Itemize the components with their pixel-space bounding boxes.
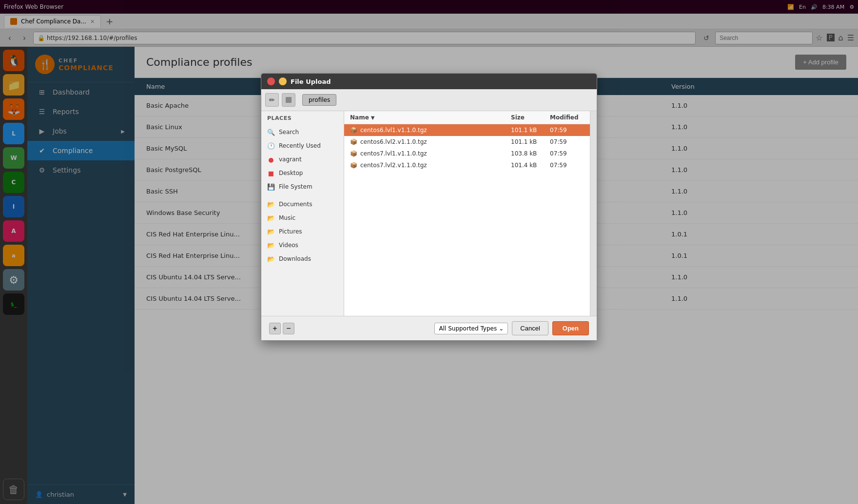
file-size: 101.1 kB <box>511 138 550 145</box>
documents-icon: 📂 <box>267 200 275 208</box>
files-col-size[interactable]: Size <box>511 114 550 121</box>
file-size: 101.1 kB <box>511 127 550 134</box>
svg-rect-0 <box>286 97 292 103</box>
files-header: Name ▼ Size Modified <box>344 111 590 124</box>
file-type-label: All Supported Types <box>439 325 497 332</box>
file-modified: 07:59 <box>550 127 584 134</box>
places-panel: Places 🔍 Search 🕐 Recently Used ● vagran… <box>261 111 344 316</box>
file-icon: 📦 <box>350 138 357 145</box>
files-col-name[interactable]: Name ▼ <box>350 114 511 121</box>
file-icon: 📦 <box>350 162 357 169</box>
places-item-music[interactable]: 📂 Music <box>261 211 344 225</box>
places-label-documents: Documents <box>279 201 312 208</box>
places-label-search: Search <box>279 129 299 136</box>
file-icon: 📦 <box>350 127 357 134</box>
downloads-icon: 📂 <box>267 255 275 263</box>
file-type-select[interactable]: All Supported Types ⌄ <box>434 323 508 334</box>
recent-icon: 🕐 <box>267 142 275 150</box>
file-row[interactable]: 📦 centos6.lvl1.v1.1.0.tgz 101.1 kB 07:59 <box>344 124 590 136</box>
file-size: 103.8 kB <box>511 150 550 157</box>
places-item-filesystem[interactable]: 💾 File System <box>261 180 344 194</box>
places-label-music: Music <box>279 214 295 221</box>
music-icon: 📂 <box>267 214 275 222</box>
files-col-modified[interactable]: Modified <box>550 114 584 121</box>
file-modified: 07:59 <box>550 138 584 145</box>
dialog-scrollbar[interactable] <box>590 111 597 316</box>
dialog-open-button[interactable]: Open <box>552 321 589 335</box>
places-item-recent[interactable]: 🕐 Recently Used <box>261 139 344 153</box>
file-name: centos6.lvl1.v1.1.0.tgz <box>360 127 427 134</box>
places-item-search[interactable]: 🔍 Search <box>261 125 344 139</box>
file-row[interactable]: 📦 centos6.lvl2.v1.1.0.tgz 101.1 kB 07:59 <box>344 136 590 148</box>
vagrant-icon: ● <box>267 155 275 163</box>
places-item-desktop[interactable]: ■ Desktop <box>261 166 344 180</box>
file-name: centos7.lvl1.v1.1.0.tgz <box>360 150 427 157</box>
places-label-desktop: Desktop <box>279 170 303 176</box>
dialog-toolbar: ✏ profiles <box>261 89 597 111</box>
file-type-dropdown-icon: ⌄ <box>499 325 504 332</box>
places-label-downloads: Downloads <box>279 255 311 262</box>
filesystem-icon: 💾 <box>267 183 275 191</box>
dialog-titlebar: File Upload <box>261 74 597 89</box>
places-label-recent: Recently Used <box>279 142 321 149</box>
file-upload-dialog: File Upload ✏ profiles Places 🔍 Search <box>261 73 597 341</box>
desktop-icon: ■ <box>267 169 275 177</box>
dialog-body: Places 🔍 Search 🕐 Recently Used ● vagran… <box>261 111 597 316</box>
file-name: centos6.lvl2.v1.1.0.tgz <box>360 138 427 145</box>
dialog-close-button[interactable] <box>267 78 275 85</box>
files-panel: Name ▼ Size Modified 📦 centos6.lvl1.v1.1… <box>344 111 590 316</box>
file-row[interactable]: 📦 centos7.lvl1.v1.1.0.tgz 103.8 kB 07:59 <box>344 148 590 159</box>
file-modified: 07:59 <box>550 162 584 169</box>
file-size: 101.4 kB <box>511 162 550 169</box>
dialog-footer: + − All Supported Types ⌄ Cancel Open <box>261 316 597 340</box>
places-item-documents[interactable]: 📂 Documents <box>261 197 344 211</box>
bookmark-bar: profiles <box>298 92 593 108</box>
pictures-icon: 📂 <box>267 228 275 235</box>
file-icon: 📦 <box>350 150 357 157</box>
dialog-overlay: File Upload ✏ profiles Places 🔍 Search <box>0 0 858 504</box>
file-modified: 07:59 <box>550 150 584 157</box>
footer-left: + − <box>269 323 294 334</box>
dialog-title: File Upload <box>291 78 331 85</box>
dialog-back-button[interactable]: ✏ <box>265 93 279 107</box>
places-label-videos: Videos <box>279 242 298 249</box>
places-label-filesystem: File System <box>279 183 312 190</box>
bookmark-profiles[interactable]: profiles <box>302 94 336 106</box>
file-row[interactable]: 📦 centos7.lvl2.v1.1.0.tgz 101.4 kB 07:59 <box>344 159 590 171</box>
places-item-vagrant[interactable]: ● vagrant <box>261 153 344 166</box>
file-name: centos7.lvl2.v1.1.0.tgz <box>360 162 427 169</box>
sort-arrow-icon: ▼ <box>371 115 375 120</box>
remove-folder-button[interactable]: − <box>283 323 294 334</box>
places-label-vagrant: vagrant <box>279 156 302 163</box>
places-item-videos[interactable]: 📂 Videos <box>261 238 344 252</box>
places-item-downloads[interactable]: 📂 Downloads <box>261 252 344 266</box>
dialog-minimize-button[interactable] <box>279 78 287 85</box>
search-icon: 🔍 <box>267 128 275 136</box>
places-label-pictures: Pictures <box>279 228 302 235</box>
videos-icon: 📂 <box>267 241 275 249</box>
dialog-cancel-button[interactable]: Cancel <box>512 321 548 335</box>
places-header: Places <box>261 111 344 125</box>
add-folder-button[interactable]: + <box>269 323 281 334</box>
footer-right: All Supported Types ⌄ Cancel Open <box>434 321 589 335</box>
places-item-pictures[interactable]: 📂 Pictures <box>261 225 344 238</box>
dialog-fwd-button[interactable] <box>282 93 295 107</box>
